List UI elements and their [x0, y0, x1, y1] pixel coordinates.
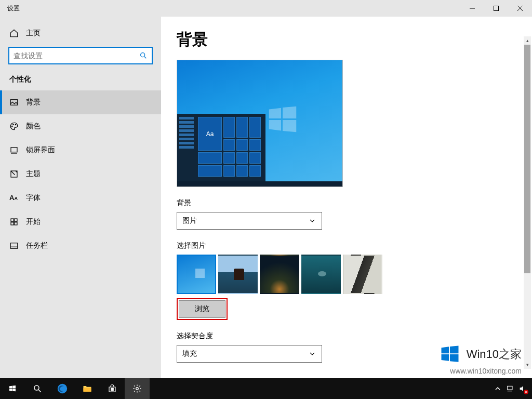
sidebar-item-colors[interactable]: 颜色 [0, 114, 161, 138]
picture-thumb-2[interactable] [260, 255, 299, 294]
svg-rect-15 [11, 222, 14, 225]
watermark: Win10之家 www.win10xitong.com [438, 343, 522, 375]
dropdown-value: 填充 [182, 349, 308, 358]
start-icon [9, 217, 19, 227]
svg-rect-13 [11, 219, 14, 221]
picture-icon [9, 98, 19, 107]
svg-point-8 [13, 124, 14, 125]
background-type-dropdown[interactable]: 图片 [177, 212, 322, 230]
search-field[interactable] [14, 51, 139, 60]
edge-icon [57, 383, 68, 394]
watermark-url: www.win10xitong.com [438, 367, 522, 375]
home-nav[interactable]: 主页 [0, 23, 161, 44]
main-content: 背景 Aa 背景 图片 选择图片 [161, 17, 532, 378]
taskbar-edge[interactable] [50, 378, 75, 399]
maximize-button[interactable] [484, 0, 508, 17]
lockscreen-icon [9, 145, 19, 155]
svg-rect-23 [111, 388, 112, 389]
fit-label: 选择契合度 [177, 331, 516, 341]
watermark-title: Win10之家 [467, 347, 522, 362]
svg-point-19 [34, 385, 39, 390]
search-icon [139, 51, 148, 60]
sidebar-item-label: 锁屏界面 [26, 145, 55, 155]
palette-icon [9, 122, 19, 131]
browse-button[interactable]: 浏览 [179, 300, 225, 318]
system-tray[interactable]: ✕ [494, 384, 532, 393]
home-icon [9, 29, 19, 38]
folder-icon [82, 383, 92, 394]
svg-rect-25 [111, 390, 112, 391]
svg-line-20 [38, 390, 41, 392]
windows-logo-icon [264, 102, 301, 138]
picture-thumb-3[interactable] [301, 255, 341, 294]
vertical-scrollbar[interactable]: ▴ ▾ [524, 36, 531, 369]
store-icon [108, 384, 117, 393]
preview-sample-text: Aa [198, 117, 222, 151]
picture-thumb-4[interactable] [343, 255, 382, 294]
dropdown-value: 图片 [182, 216, 308, 225]
start-button[interactable] [0, 378, 25, 399]
svg-rect-22 [84, 388, 91, 392]
sidebar-item-label: 开始 [26, 217, 41, 227]
scrollbar-thumb[interactable] [524, 45, 530, 273]
scroll-down-icon[interactable]: ▾ [524, 361, 531, 369]
svg-line-5 [144, 57, 146, 58]
sidebar-item-label: 主题 [26, 169, 41, 179]
svg-rect-16 [15, 222, 17, 225]
sidebar-item-label: 背景 [26, 98, 41, 107]
taskbar-explorer[interactable] [75, 378, 100, 399]
fit-dropdown[interactable]: 填充 [177, 345, 322, 363]
sidebar-section-title: 个性化 [0, 75, 161, 84]
taskbar: ✕ [0, 378, 532, 399]
search-icon [33, 384, 42, 393]
svg-rect-28 [508, 386, 512, 390]
taskbar-settings[interactable] [125, 378, 150, 399]
home-label: 主页 [26, 29, 41, 38]
choose-picture-label: 选择图片 [177, 241, 516, 250]
volume-icon[interactable]: ✕ [518, 384, 527, 393]
sidebar-item-themes[interactable]: 主题 [0, 162, 161, 186]
taskbar-store[interactable] [100, 378, 125, 399]
titlebar: 设置 [0, 0, 532, 17]
background-type-label: 背景 [177, 198, 516, 208]
tray-expand-icon[interactable] [494, 384, 502, 393]
picture-thumbnails [177, 255, 516, 294]
svg-rect-26 [112, 390, 113, 391]
page-title: 背景 [177, 29, 516, 50]
svg-rect-14 [15, 219, 17, 221]
minimize-button[interactable] [460, 0, 484, 17]
scroll-up-icon[interactable]: ▴ [524, 36, 531, 45]
search-input[interactable] [8, 47, 153, 64]
sidebar-item-taskbar[interactable]: 任务栏 [0, 234, 161, 258]
sidebar-item-background[interactable]: 背景 [0, 90, 161, 114]
windows-logo-icon [438, 343, 461, 366]
font-icon: AA [9, 193, 19, 203]
sidebar: 主页 个性化 背景 颜色 锁屏界面 主题 AA 字体 开始 [0, 17, 161, 378]
taskbar-icon [9, 241, 19, 250]
window-title: 设置 [0, 4, 20, 13]
svg-point-7 [12, 126, 13, 127]
sidebar-item-fonts[interactable]: AA 字体 [0, 186, 161, 210]
svg-rect-6 [10, 100, 18, 105]
sidebar-item-label: 任务栏 [26, 241, 48, 250]
svg-point-9 [15, 124, 16, 125]
chevron-down-icon [308, 350, 316, 358]
picture-thumb-0[interactable] [177, 255, 216, 294]
close-button[interactable] [508, 0, 532, 17]
svg-point-27 [136, 388, 139, 390]
background-preview: Aa [177, 60, 343, 187]
svg-rect-1 [494, 6, 499, 11]
svg-point-4 [141, 53, 145, 57]
sidebar-item-label: 字体 [26, 193, 41, 203]
svg-rect-24 [112, 388, 113, 389]
browse-highlight: 浏览 [177, 298, 228, 320]
sidebar-item-lockscreen[interactable]: 锁屏界面 [0, 138, 161, 162]
picture-thumb-1[interactable] [218, 255, 258, 294]
gear-icon [132, 384, 142, 393]
svg-rect-17 [10, 243, 18, 249]
theme-icon [9, 169, 19, 179]
network-icon[interactable] [506, 384, 514, 393]
taskbar-search[interactable] [25, 378, 50, 399]
sidebar-item-label: 颜色 [26, 122, 41, 131]
sidebar-item-start[interactable]: 开始 [0, 210, 161, 234]
